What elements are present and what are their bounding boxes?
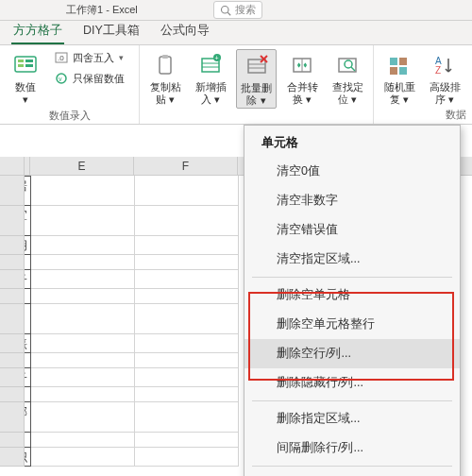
cell[interactable]: 涯若比邻。——: [25, 402, 31, 433]
merge-button[interactable]: 合并转 换 ▾: [282, 49, 322, 107]
cell[interactable]: 天下谁人不识: [25, 448, 31, 467]
cell[interactable]: [31, 448, 135, 467]
dd-clear-range[interactable]: 清空指定区域...: [244, 245, 460, 274]
cell[interactable]: 朱熹: [25, 334, 31, 353]
row-header[interactable]: [0, 289, 25, 304]
cell[interactable]: [31, 236, 135, 255]
row-header[interactable]: [0, 176, 25, 206]
cell[interactable]: 足下。——老子: [25, 270, 31, 289]
dd-clear-errors[interactable]: 清空错误值: [244, 215, 460, 245]
cell[interactable]: ，一寸光阴不可: [25, 304, 31, 334]
cell[interactable]: [31, 255, 135, 270]
cell[interactable]: 居: [25, 176, 31, 206]
dd-delete-hidden-row-col[interactable]: 删除隐藏行/列...: [244, 368, 460, 398]
cell[interactable]: [31, 289, 135, 304]
select-all-corner[interactable]: [0, 157, 25, 175]
cell[interactable]: [25, 289, 31, 304]
row-header[interactable]: [0, 334, 25, 353]
dropdown-separator: [252, 277, 452, 278]
cell[interactable]: 人。——陶渊明: [25, 236, 31, 255]
cell[interactable]: [31, 368, 135, 387]
cell[interactable]: [31, 206, 135, 236]
dd-clear-non-numeric[interactable]: 清空非数字: [244, 186, 460, 215]
cell[interactable]: [25, 255, 31, 270]
cell[interactable]: [135, 402, 239, 433]
findpos-label: 查找定 位 ▾: [332, 81, 363, 105]
svg-rect-12: [162, 55, 168, 59]
svg-text:.0: .0: [58, 54, 64, 62]
findpos-icon: [333, 51, 362, 79]
cell[interactable]: [135, 255, 239, 270]
cell[interactable]: [135, 304, 239, 334]
insert-button[interactable]: + 新增插 入 ▾: [191, 49, 230, 107]
numval-button[interactable]: 数值▾: [6, 49, 45, 107]
cell[interactable]: [31, 402, 135, 433]
row-header[interactable]: [0, 304, 25, 334]
cell[interactable]: 难再晨。及时宜: [25, 206, 31, 236]
round-icon: .0: [54, 50, 69, 65]
cell[interactable]: [31, 176, 135, 206]
col-header-E[interactable]: E: [30, 157, 134, 175]
cell[interactable]: [135, 368, 239, 387]
cell[interactable]: [31, 304, 135, 334]
cell[interactable]: [135, 176, 239, 206]
tab-fangfang[interactable]: 方方格子: [11, 19, 64, 44]
cell[interactable]: [135, 206, 239, 236]
round-button[interactable]: .0 四舍五入 ▾: [51, 49, 127, 66]
chevron-down-icon: ▾: [119, 53, 124, 62]
row-header[interactable]: [0, 236, 25, 255]
cell[interactable]: [31, 433, 135, 448]
cell[interactable]: [135, 387, 239, 402]
random-button[interactable]: 随机重 复 ▾: [379, 49, 419, 107]
row-header[interactable]: [0, 387, 25, 402]
row-header[interactable]: [0, 270, 25, 289]
cell[interactable]: [135, 334, 239, 353]
cell[interactable]: [135, 353, 239, 368]
dd-delete-interval-row-col[interactable]: 间隔删除行/列...: [244, 434, 460, 463]
dd-delete-empty-cells-row[interactable]: 删除空单元格整行: [244, 310, 460, 339]
dd-clear-zero[interactable]: 清空0值: [244, 157, 460, 186]
cell[interactable]: [31, 353, 135, 368]
cell[interactable]: [135, 433, 239, 448]
random-label: 随机重 复 ▾: [384, 81, 415, 105]
dd-delete-empty-row-col[interactable]: 删除空行/列...: [244, 339, 460, 368]
cell[interactable]: [25, 387, 31, 402]
row-header[interactable]: [0, 353, 25, 368]
search-box[interactable]: 搜索: [213, 1, 262, 19]
cell[interactable]: 下问。——孔子: [25, 368, 31, 387]
cell[interactable]: [135, 236, 239, 255]
dd-delete-empty-cells[interactable]: 删除空单元格: [244, 280, 460, 310]
row-header[interactable]: [0, 433, 25, 448]
row-header[interactable]: [0, 255, 25, 270]
cell[interactable]: [25, 433, 31, 448]
cell[interactable]: [31, 270, 135, 289]
cell[interactable]: [135, 289, 239, 304]
findpos-button[interactable]: 查找定 位 ▾: [328, 49, 367, 107]
col-header-F[interactable]: F: [134, 157, 238, 175]
batch-delete-button[interactable]: 批量删 除 ▾: [236, 49, 277, 109]
cell[interactable]: [31, 387, 135, 402]
tab-diy-toolbox[interactable]: DIY工具箱: [81, 19, 142, 44]
cell[interactable]: [135, 270, 239, 289]
cell[interactable]: [31, 334, 135, 353]
insert-icon: +: [196, 51, 225, 79]
cell[interactable]: [25, 353, 31, 368]
dropdown-separator: [252, 400, 452, 401]
keep-value-button[interactable]: v 只保留数值: [51, 70, 127, 87]
svg-rect-29: [399, 58, 407, 65]
tab-formula-guide[interactable]: 公式向导: [159, 19, 211, 44]
row-header[interactable]: [0, 402, 25, 433]
svg-text:v: v: [59, 76, 62, 82]
row-header[interactable]: [0, 368, 25, 387]
cell[interactable]: [135, 448, 239, 467]
row-header[interactable]: [0, 206, 25, 236]
dd-delete-range[interactable]: 删除指定区域...: [244, 404, 460, 434]
ribbon: 数值▾ .0 四舍五入 ▾ v 只保留数值 数值录入: [0, 45, 472, 125]
merge-label: 合并转 换 ▾: [287, 81, 318, 105]
row-header[interactable]: [0, 448, 25, 467]
svg-rect-5: [25, 60, 33, 62]
group-label-edit: [145, 120, 367, 122]
advsort-button[interactable]: AZ 高级排 序 ▾: [425, 49, 464, 107]
group-label-data: 数据: [446, 108, 466, 122]
copypaste-button[interactable]: 复制粘 贴 ▾: [145, 49, 185, 107]
